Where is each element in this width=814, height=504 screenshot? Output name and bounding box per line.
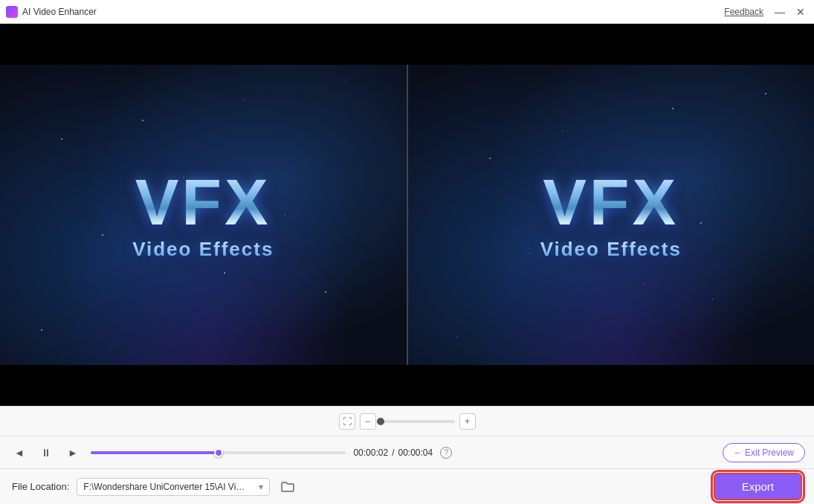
file-path-text: F:\Wondershare UniConverter 15\AI Video … — [83, 482, 247, 492]
vfx-subtitle-right: Video Effects — [540, 238, 682, 261]
video-black-bottom — [0, 365, 814, 406]
app-icon — [6, 6, 18, 18]
exit-preview-button[interactable]: ← Exit Preview — [723, 443, 805, 462]
zoom-out-button[interactable]: − — [360, 413, 376, 430]
video-black-top — [0, 24, 814, 65]
main-content: VFX Video Effects — [0, 24, 814, 504]
export-button[interactable]: Export — [714, 473, 802, 500]
file-location-label: File Location: — [12, 481, 69, 492]
playback-bar: ◄ ⏸ ► 00:00:02 / 00:00:04 ? ← Exit Previ… — [0, 436, 814, 468]
progress-fill — [91, 451, 219, 454]
help-icon[interactable]: ? — [440, 447, 452, 459]
fit-button[interactable]: ⛶ — [339, 413, 355, 430]
close-button[interactable]: ✕ — [793, 4, 808, 19]
title-bar-left: AI Video Enhancer — [6, 6, 97, 18]
total-time: 00:00:04 — [398, 448, 433, 458]
current-time: 00:00:02 — [353, 448, 388, 458]
zoom-slider-track[interactable] — [381, 420, 455, 423]
zoom-controls-bar: ⛶ − + — [0, 406, 814, 436]
window-controls: — ✕ — [772, 4, 808, 19]
zoom-slider-thumb[interactable] — [377, 418, 384, 425]
title-bar: AI Video Enhancer Feedback — ✕ — [0, 0, 814, 24]
minimize-button[interactable]: — — [772, 4, 787, 19]
video-panels: VFX Video Effects — [0, 24, 814, 406]
time-display: 00:00:02 / 00:00:04 — [353, 448, 433, 458]
progress-thumb[interactable] — [214, 448, 223, 457]
vfx-container-left: VFX Video Effects — [132, 169, 274, 261]
folder-button[interactable] — [277, 476, 298, 497]
vfx-subtitle-left: Video Effects — [132, 238, 274, 261]
rewind-button[interactable]: ◄ — [9, 442, 30, 463]
vfx-title-left: VFX — [132, 169, 274, 235]
vfx-container-right: VFX Video Effects — [540, 169, 682, 261]
progress-track[interactable] — [91, 451, 346, 454]
time-separator: / — [392, 448, 394, 458]
file-path-select[interactable]: F:\Wondershare UniConverter 15\AI Video … — [77, 478, 270, 496]
title-bar-right: Feedback — ✕ — [724, 4, 808, 19]
file-location-bar: File Location: F:\Wondershare UniConvert… — [0, 468, 814, 504]
video-panel-right: VFX Video Effects — [408, 24, 815, 406]
app-title: AI Video Enhancer — [22, 7, 97, 17]
video-panel-left: VFX Video Effects — [0, 24, 407, 406]
dropdown-arrow: ▾ — [259, 482, 263, 492]
panel-divider — [407, 24, 408, 406]
feedback-link[interactable]: Feedback — [724, 7, 763, 17]
pause-button[interactable]: ⏸ — [36, 442, 56, 463]
zoom-in-button[interactable]: + — [459, 413, 476, 430]
zoom-controls: ⛶ − + — [339, 413, 476, 430]
play-controls: ◄ ⏸ ► — [9, 442, 83, 463]
video-area: VFX Video Effects — [0, 24, 814, 406]
forward-button[interactable]: ► — [62, 442, 83, 463]
vfx-title-right: VFX — [540, 169, 682, 235]
